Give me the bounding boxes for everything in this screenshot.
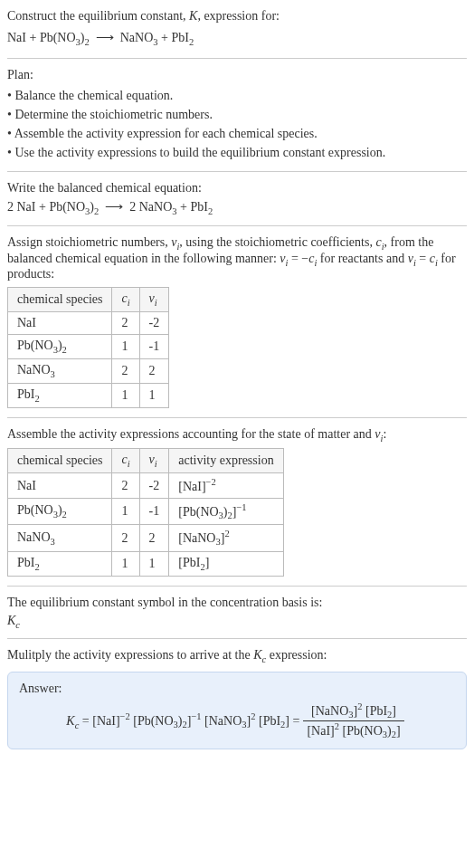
answer-box: Answer: Kc = [NaI]−2 [Pb(NO3)2]−1 [NaNO3… (7, 672, 467, 749)
cell-species: PbI2 (8, 383, 112, 407)
col-expr: activity expression (169, 449, 283, 473)
plan-item: • Determine the stoichiometric numbers. (7, 105, 467, 124)
balanced-heading: Write the balanced chemical equation: (7, 181, 467, 196)
table-row: NaI 2 -2 (8, 312, 169, 335)
unbalanced-reaction: NaI + Pb(NO3)2 ⟶ NaNO3 + PbI2 (7, 29, 467, 49)
answer-lhs: Kc = [NaI]−2 [Pb(NO3)2]−1 [NaNO3]2 [PbI2… (66, 711, 299, 730)
cell-species: PbI2 (8, 551, 112, 576)
text: , using the stoichiometric coefficients, (179, 235, 375, 249)
table-row: Pb(NO3)2 1 -1 [Pb(NO3)2]−1 (8, 498, 284, 524)
table-header-row: chemical species ci νi (8, 288, 169, 312)
col-ci: ci (112, 449, 139, 473)
cell-ci: 2 (112, 359, 139, 384)
col-nu: νi (139, 288, 169, 312)
stoich-table: chemical species ci νi NaI 2 -2 Pb(NO3)2… (7, 287, 169, 407)
kc-symbol-line: The equilibrium constant symbol in the c… (7, 596, 467, 610)
plan-list: • Balance the chemical equation. • Deter… (7, 86, 467, 162)
kc-symbol: Kc (7, 614, 467, 630)
multiply-line: Mulitply the activity expressions to arr… (7, 648, 467, 664)
cell-species: NaI (8, 473, 112, 499)
cell-species: Pb(NO3)2 (8, 498, 112, 524)
separator (7, 417, 467, 418)
cell-nu: -1 (139, 498, 169, 524)
cell-expr: [PbI2] (169, 551, 283, 576)
answer-label: Answer: (19, 682, 455, 696)
cell-ci: 1 (112, 551, 139, 576)
cell-species: NaNO3 (8, 525, 112, 551)
col-species: chemical species (8, 288, 112, 312)
separator (7, 638, 467, 639)
cell-nu: -2 (139, 473, 169, 499)
cell-nu: 2 (139, 359, 169, 384)
plan-item: • Balance the chemical equation. (7, 86, 467, 105)
stoich-block: Assign stoichiometric numbers, νi, using… (7, 235, 467, 408)
cell-nu: 1 (139, 551, 169, 576)
plan-block: Plan: • Balance the chemical equation. •… (7, 68, 467, 162)
cell-species: NaI (8, 312, 112, 335)
cell-ci: 2 (112, 525, 139, 551)
multiply-block: Mulitply the activity expressions to arr… (7, 648, 467, 664)
separator (7, 586, 467, 587)
cell-ci: 2 (112, 473, 139, 499)
cell-ci: 1 (112, 335, 139, 359)
text: for reactants and (317, 252, 407, 265)
intro-line1: Construct the equilibrium constant, K, e… (7, 7, 467, 25)
plan-item: • Assemble the activity expression for e… (7, 124, 467, 143)
separator (7, 171, 467, 172)
answer-expression: Kc = [NaI]−2 [Pb(NO3)2]−1 [NaNO3]2 [PbI2… (19, 701, 455, 739)
table-row: NaNO3 2 2 (8, 359, 169, 384)
separator (7, 225, 467, 226)
table-row: PbI2 1 1 [PbI2] (8, 551, 284, 576)
fraction-numerator: [NaNO3]2 [PbI2] (303, 701, 403, 720)
activity-intro: Assemble the activity expressions accoun… (7, 427, 467, 444)
cell-nu: -2 (139, 312, 169, 335)
cell-nu: 2 (139, 525, 169, 551)
cell-ci: 1 (112, 498, 139, 524)
cell-expr: [Pb(NO3)2]−1 (169, 498, 283, 524)
cell-nu: -1 (139, 335, 169, 359)
cell-ci: 2 (112, 312, 139, 335)
table-row: NaNO3 2 2 [NaNO3]2 (8, 525, 284, 551)
cell-species: Pb(NO3)2 (8, 335, 112, 359)
col-nu: νi (139, 449, 169, 473)
text: Assign stoichiometric numbers, (7, 235, 171, 249)
fraction-denominator: [NaI]2 [Pb(NO3)2] (303, 721, 403, 739)
table-row: PbI2 1 1 (8, 383, 169, 407)
plan-heading: Plan: (7, 68, 467, 82)
cell-ci: 1 (112, 383, 139, 407)
col-species: chemical species (8, 449, 112, 473)
table-header-row: chemical species ci νi activity expressi… (8, 449, 284, 473)
intro-block: Construct the equilibrium constant, K, e… (7, 7, 467, 49)
balanced-reaction: 2 NaI + Pb(NO3)2 ⟶ 2 NaNO3 + PbI2 (7, 199, 467, 216)
activity-block: Assemble the activity expressions accoun… (7, 427, 467, 577)
cell-expr: [NaNO3]2 (169, 525, 283, 551)
table-row: NaI 2 -2 [NaI]−2 (8, 473, 284, 499)
separator (7, 58, 467, 59)
balanced-block: Write the balanced chemical equation: 2 … (7, 181, 467, 216)
kc-symbol-block: The equilibrium constant symbol in the c… (7, 596, 467, 630)
cell-nu: 1 (139, 383, 169, 407)
cell-expr: [NaI]−2 (169, 473, 283, 499)
table-row: Pb(NO3)2 1 -1 (8, 335, 169, 359)
cell-species: NaNO3 (8, 359, 112, 384)
col-ci: ci (112, 288, 139, 312)
stoich-intro: Assign stoichiometric numbers, νi, using… (7, 235, 467, 282)
answer-fraction: [NaNO3]2 [PbI2] [NaI]2 [Pb(NO3)2] (303, 701, 403, 739)
plan-item: • Use the activity expressions to build … (7, 143, 467, 162)
activity-table: chemical species ci νi activity expressi… (7, 448, 284, 576)
